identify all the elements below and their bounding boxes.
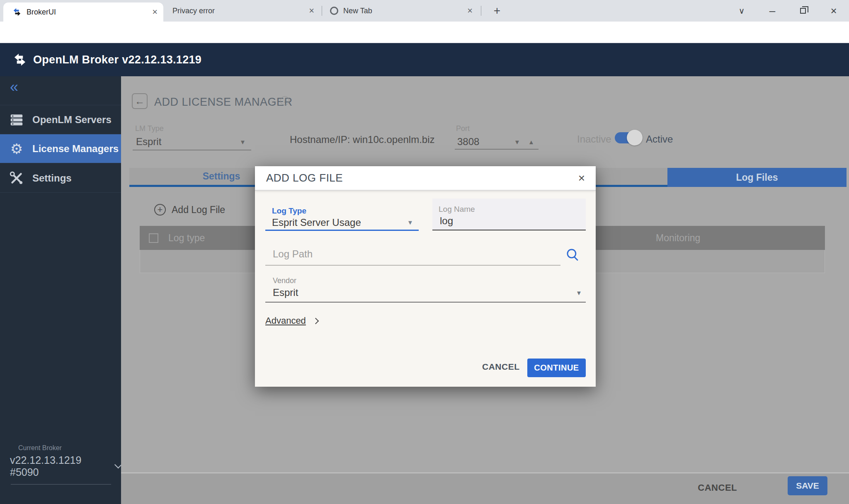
current-broker-selector[interactable]: Current Broker v22.12.13.1219 #5090 <box>0 444 121 485</box>
active-label: Active <box>646 133 673 145</box>
search-icon[interactable] <box>565 247 580 262</box>
window-close-button[interactable]: × <box>822 0 845 22</box>
caret-up-icon[interactable]: ▲ <box>528 138 534 145</box>
restore-icon <box>800 8 806 14</box>
log-name-label: Log Name <box>439 205 475 214</box>
window-minimize-button[interactable]: – <box>761 0 784 22</box>
log-type-underline <box>265 230 419 231</box>
log-name-underline <box>432 230 586 230</box>
add-log-file-dialog: ADD LOG FILE × Log Type Esprit Server Us… <box>255 166 596 387</box>
port-value[interactable]: 3808 <box>457 136 479 148</box>
tab-title: BrokerUI <box>27 8 56 17</box>
log-name-input[interactable] <box>440 215 581 227</box>
page-title: ADD LICENSE MANAGER <box>154 96 293 109</box>
select-all-checkbox[interactable] <box>149 233 158 243</box>
tools-icon <box>7 171 26 186</box>
tab-label: Settings <box>203 171 240 182</box>
browser-toolbar: ← → i localhost:5090/#/license-managers/… <box>0 22 849 43</box>
add-log-file-label: Add Log File <box>172 204 225 216</box>
tab-close-icon[interactable]: × <box>152 7 158 17</box>
tab-close-icon[interactable]: × <box>309 6 314 15</box>
browser-tab-brokerui[interactable]: BrokerUI × <box>3 2 163 22</box>
page-footer: CANCEL SAVE <box>121 473 849 504</box>
page-save-button[interactable]: SAVE <box>788 476 827 495</box>
tab-title: Privacy error <box>172 7 215 15</box>
log-path-input[interactable] <box>273 248 538 260</box>
caret-down-icon[interactable]: ▼ <box>576 289 582 296</box>
column-monitoring: Monitoring <box>656 233 700 244</box>
page-back-button[interactable]: ← <box>132 93 148 109</box>
log-type-select[interactable]: Esprit Server Usage <box>272 217 361 228</box>
port-label: Port <box>456 124 470 133</box>
window-restore-button[interactable] <box>791 0 815 22</box>
sidebar-item-license-managers[interactable]: ⚙ License Managers <box>0 134 121 163</box>
plus-circle-icon: + <box>154 204 166 216</box>
dialog-close-icon[interactable]: × <box>578 172 585 184</box>
caret-down-icon[interactable]: ▼ <box>240 138 246 145</box>
chevron-right-icon <box>313 317 319 324</box>
dialog-cancel-button[interactable]: CANCEL <box>482 362 520 372</box>
dialog-header: ADD LOG FILE × <box>255 166 596 191</box>
tab-search-chevron-icon[interactable]: ∨ <box>730 0 753 22</box>
browser-tab-new-tab[interactable]: New Tab × <box>324 0 478 22</box>
newtab-favicon <box>330 7 338 15</box>
page-cancel-button[interactable]: CANCEL <box>698 482 737 493</box>
lm-type-value[interactable]: Esprit <box>136 136 161 148</box>
column-log-type: Log type <box>168 233 205 244</box>
log-type-label: Log Type <box>272 206 306 216</box>
tab-log-files[interactable]: Log Files <box>667 168 847 187</box>
browser-tab-strip: BrokerUI × Privacy error × New Tab × + ∨… <box>0 0 849 22</box>
advanced-link[interactable]: Advanced <box>265 315 318 326</box>
sidebar: « OpenLM Servers ⚙ License Managers <box>0 76 121 504</box>
current-broker-value: v22.12.13.1219 #5090 <box>10 454 107 478</box>
inactive-label: Inactive <box>577 133 611 145</box>
brokerui-favicon <box>12 7 22 17</box>
vendor-select[interactable]: Esprit <box>273 287 298 298</box>
tab-separator <box>322 6 322 16</box>
add-log-file-button[interactable]: + Add Log File <box>154 204 225 216</box>
sidebar-item-label: License Managers <box>32 143 119 155</box>
tab-separator <box>481 6 481 16</box>
hostname-text: Hostname/IP: win10c.openlm.biz <box>290 134 435 145</box>
app-header: OpenLM Broker v22.12.13.1219 <box>0 43 849 76</box>
vendor-underline <box>265 302 586 303</box>
dialog-continue-button[interactable]: CONTINUE <box>527 359 586 377</box>
field-underline <box>133 150 251 150</box>
app-title: OpenLM Broker v22.12.13.1219 <box>33 53 201 66</box>
sidebar-item-label: OpenLM Servers <box>32 114 112 126</box>
active-toggle-knob[interactable] <box>627 130 643 145</box>
tab-label: Log Files <box>736 172 778 183</box>
vendor-label: Vendor <box>273 276 296 285</box>
dialog-title: ADD LOG FILE <box>266 172 343 184</box>
browser-tab-privacy-error[interactable]: Privacy error × <box>166 0 320 22</box>
page-info-icon: i <box>280 96 289 105</box>
advanced-label: Advanced <box>265 315 306 326</box>
divider <box>11 484 111 485</box>
sidebar-item-openlm-servers[interactable]: OpenLM Servers <box>0 105 121 134</box>
new-tab-button[interactable]: + <box>490 4 504 18</box>
tab-close-icon[interactable]: × <box>467 6 473 15</box>
sidebar-item-label: Settings <box>32 172 72 184</box>
screen: BrokerUI × Privacy error × New Tab × + ∨… <box>0 0 849 504</box>
sidebar-collapse-icon[interactable]: « <box>10 80 18 94</box>
caret-down-icon[interactable]: ▼ <box>407 219 413 226</box>
lm-type-label: LM Type <box>135 124 164 133</box>
current-broker-label: Current Broker <box>18 444 121 452</box>
sidebar-item-settings[interactable]: Settings <box>0 164 121 193</box>
openlm-logo-icon <box>12 53 27 66</box>
gear-icon: ⚙ <box>7 142 26 156</box>
servers-icon <box>7 112 26 128</box>
tab-title: New Tab <box>343 7 372 15</box>
caret-down-icon[interactable]: ▼ <box>514 138 520 145</box>
field-underline <box>455 149 539 150</box>
log-path-underline <box>265 265 560 266</box>
